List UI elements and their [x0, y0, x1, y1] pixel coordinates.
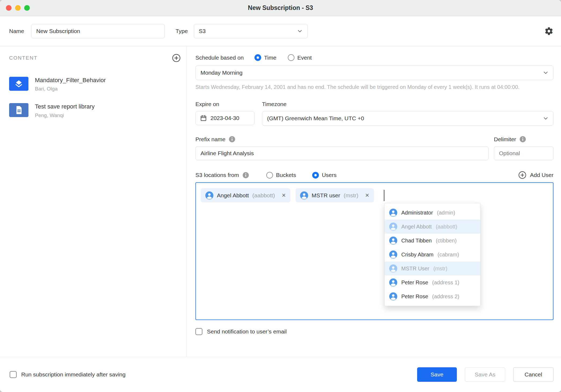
radio-time-label[interactable]: Time	[264, 55, 276, 61]
chevron-down-icon	[297, 28, 303, 34]
text-caret	[384, 190, 384, 201]
prefix-name-input[interactable]	[195, 146, 489, 160]
radio-buckets-label[interactable]: Buckets	[276, 172, 296, 178]
user-option[interactable]: Peter Rose (address 1)	[385, 275, 480, 289]
user-option-name: Chad Tibben	[401, 238, 432, 244]
prefix-name-label: Prefix name	[195, 136, 225, 143]
s3-locations-info-icon[interactable]	[242, 172, 249, 179]
user-option-name: MSTR User	[401, 266, 429, 272]
user-option-id: (aabbott)	[436, 224, 457, 230]
traffic-lights	[6, 5, 30, 11]
dialog-footer: Run subscription immediately after savin…	[0, 357, 561, 392]
user-avatar-icon	[389, 264, 397, 273]
content-item-dossier[interactable]: Mandatory_Filter_Behavior Bari, Olga	[9, 77, 181, 92]
content-list: Mandatory_Filter_Behavior Bari, Olga Tes…	[9, 77, 181, 118]
name-label: Name	[9, 28, 24, 34]
user-suggestion-dropdown: Administrator (admin) Angel Abbott (aabb…	[384, 203, 480, 306]
user-avatar-icon	[389, 237, 397, 245]
send-notification-checkbox[interactable]	[195, 328, 202, 335]
schedule-select-value: Monday Morning	[201, 70, 242, 76]
content-item-report[interactable]: Test save report library Peng, Wanqi	[9, 103, 181, 118]
content-item-title: Mandatory_Filter_Behavior	[35, 77, 106, 84]
zoom-window-button[interactable]	[24, 5, 30, 11]
radio-event[interactable]	[288, 54, 294, 61]
user-avatar-icon	[389, 292, 397, 300]
user-option-id: (ctibben)	[436, 238, 457, 244]
s3-locations-from-label: S3 locations from	[195, 172, 239, 178]
user-option[interactable]: Crisby Abram (cabram)	[385, 248, 480, 262]
radio-users[interactable]	[312, 172, 319, 179]
add-user-button[interactable]: Add User	[518, 171, 553, 179]
radio-buckets[interactable]	[266, 172, 273, 179]
minimize-window-button[interactable]	[15, 5, 21, 11]
chip-user-id: (aabbott)	[252, 192, 275, 199]
user-option-id: (cabram)	[438, 252, 459, 258]
add-content-button[interactable]	[172, 54, 181, 62]
send-notification-label[interactable]: Send notification to user’s email	[207, 328, 287, 335]
user-avatar-icon	[205, 191, 213, 199]
close-window-button[interactable]	[6, 5, 12, 11]
dialog-body: CONTENT Mandatory_Filter_Behavior Bari, …	[0, 46, 561, 357]
delimiter-info-icon[interactable]	[519, 136, 526, 143]
run-immediately-checkbox[interactable]	[10, 371, 17, 378]
user-avatar-icon	[389, 223, 397, 231]
timezone-select[interactable]: (GMT) Greenwich Mean Time, UTC +0	[262, 111, 553, 126]
dossier-icon	[9, 77, 28, 91]
user-option-id: (address 2)	[432, 293, 459, 300]
user-avatar-icon	[389, 278, 397, 286]
settings-gear-icon[interactable]	[544, 27, 553, 36]
save-as-button[interactable]: Save As	[465, 367, 505, 382]
user-option-name: Administrator	[401, 210, 433, 216]
report-document-icon	[9, 103, 28, 117]
content-sidebar: CONTENT Mandatory_Filter_Behavior Bari, …	[0, 46, 187, 357]
chevron-down-icon	[542, 115, 549, 122]
plus-circle-icon	[518, 171, 526, 179]
user-option-id: (admin)	[437, 210, 455, 216]
type-label: Type	[176, 28, 188, 34]
user-chip[interactable]: Angel Abbott (aabbott) ✕	[201, 188, 290, 202]
user-option-name: Peter Rose	[401, 280, 428, 286]
chip-remove-icon[interactable]: ✕	[365, 192, 369, 198]
user-option-name: Crisby Abram	[401, 252, 434, 258]
user-option-id: (mstr)	[433, 266, 447, 272]
content-section-title: CONTENT	[9, 55, 38, 61]
type-select[interactable]: S3	[194, 24, 308, 38]
user-avatar-icon	[389, 251, 397, 259]
name-input[interactable]	[31, 24, 165, 38]
radio-event-label[interactable]: Event	[297, 55, 312, 61]
radio-users-label[interactable]: Users	[322, 172, 337, 178]
user-option[interactable]: Peter Rose (address 2)	[385, 289, 480, 303]
user-option-name: Peter Rose	[401, 293, 428, 300]
expire-on-label: Expire on	[195, 101, 254, 107]
prefix-info-icon[interactable]	[229, 136, 235, 143]
user-option-name: Angel Abbott	[401, 224, 432, 230]
user-chip[interactable]: MSTR user (mstr) ✕	[296, 188, 374, 202]
window-title: New Subscription - S3	[248, 4, 313, 12]
user-option-already-added: Angel Abbott (aabbott)	[385, 220, 480, 234]
subscription-header: Name Type S3	[0, 16, 561, 46]
schedule-description: Starts Wednesday, February 14, 2001 and …	[195, 83, 547, 91]
chip-user-name: MSTR user	[312, 192, 340, 199]
user-option[interactable]: Administrator (admin)	[385, 206, 480, 220]
schedule-based-on-label: Schedule based on	[195, 55, 244, 61]
timezone-select-value: (GMT) Greenwich Mean Time, UTC +0	[267, 115, 364, 122]
cancel-button[interactable]: Cancel	[513, 367, 553, 382]
user-option-id: (address 1)	[432, 280, 459, 286]
save-button[interactable]: Save	[417, 367, 457, 382]
chevron-down-icon	[542, 70, 549, 76]
radio-time[interactable]	[254, 54, 261, 61]
add-user-label: Add User	[530, 172, 553, 178]
expire-date-field[interactable]: 2023-04-30	[195, 111, 254, 125]
users-input-area[interactable]: Angel Abbott (aabbott) ✕ MSTR user (mstr…	[195, 182, 553, 320]
delimiter-label: Delimiter	[494, 136, 516, 143]
chip-remove-icon[interactable]: ✕	[282, 192, 286, 198]
subscription-settings-panel: Schedule based on Time Event Monday Morn…	[187, 46, 561, 357]
chip-user-id: (mstr)	[344, 192, 358, 199]
run-immediately-label[interactable]: Run subscription immediately after savin…	[21, 371, 126, 378]
delimiter-input[interactable]	[494, 146, 553, 160]
user-avatar-icon	[389, 209, 397, 217]
user-option[interactable]: Chad Tibben (ctibben)	[385, 234, 480, 248]
new-subscription-dialog: New Subscription - S3 Name Type S3 CONTE…	[0, 0, 561, 392]
schedule-select[interactable]: Monday Morning	[195, 66, 553, 80]
user-avatar-icon	[300, 191, 308, 199]
